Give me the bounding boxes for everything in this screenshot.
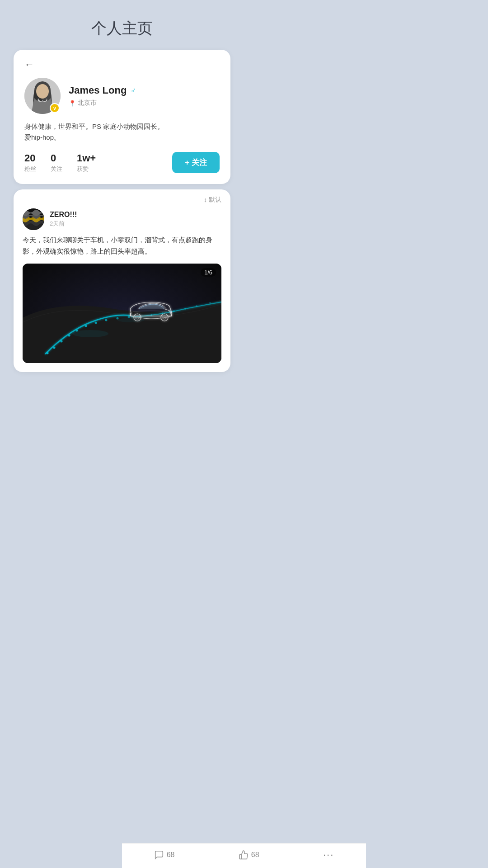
post-header: ZERO!!! 2天前 — [23, 208, 221, 230]
username: James Long — [69, 85, 127, 96]
back-button[interactable]: ← — [24, 59, 34, 71]
sort-icon: ↕ — [204, 196, 207, 203]
username-row: James Long ♂ — [69, 85, 220, 96]
following-label: 关注 — [51, 165, 62, 173]
fans-stat: 20 粉丝 — [24, 152, 36, 173]
cards-container: ← — [14, 50, 230, 372]
svg-point-22 — [72, 330, 108, 337]
likes-stat: 1w+ 获赞 — [77, 152, 96, 173]
location-pin-icon: 📍 — [69, 100, 76, 107]
fans-label: 粉丝 — [24, 165, 36, 173]
post-item: ZERO!!! 2天前 今天，我们来聊聊关于车机，小零双门，溜背式，有点超跑的身… — [14, 208, 230, 372]
verified-badge: v — [50, 103, 60, 113]
svg-point-12 — [105, 319, 108, 321]
svg-point-19 — [184, 308, 186, 310]
location-row: 📍 北京市 — [69, 99, 220, 107]
bio-line1: 身体健康，世界和平。PS 家庭小动物园园长。 — [24, 123, 164, 130]
svg-point-13 — [117, 317, 119, 319]
stats-row: 20 粉丝 0 关注 1w+ 获赞 + 关注 — [24, 152, 220, 173]
svg-point-20 — [196, 305, 197, 307]
profile-info: James Long ♂ 📍 北京市 — [69, 85, 220, 107]
svg-point-7 — [61, 340, 63, 342]
avatar-wrap: v — [24, 78, 61, 114]
page-title: 个人主页 — [0, 18, 244, 39]
svg-point-6 — [53, 346, 56, 349]
post-meta: ZERO!!! 2天前 — [50, 211, 77, 228]
svg-point-14 — [128, 316, 130, 318]
post-username: ZERO!!! — [50, 211, 77, 219]
svg-point-21 — [209, 302, 211, 304]
feed-card: ↕ 默认 ZERO!!! — [14, 189, 230, 372]
bio: 身体健康，世界和平。PS 家庭小动物园园长。 爱hip-hop。 — [24, 121, 220, 143]
sort-label: 默认 — [209, 196, 221, 204]
image-counter: 1/6 — [201, 268, 216, 277]
profile-header: v James Long ♂ 📍 北京市 — [24, 78, 220, 114]
post-time: 2天前 — [50, 220, 77, 228]
svg-point-5 — [47, 352, 49, 354]
fans-value: 20 — [24, 152, 35, 164]
svg-point-8 — [68, 334, 70, 336]
follow-button[interactable]: + 关注 — [172, 152, 220, 173]
post-image[interactable]: 1/6 — [23, 264, 221, 363]
bio-line2: 爱hip-hop。 — [24, 133, 61, 141]
likes-value: 1w+ — [77, 152, 96, 164]
following-stat: 0 关注 — [51, 152, 62, 173]
gender-icon: ♂ — [130, 86, 136, 95]
svg-point-2 — [36, 84, 49, 99]
sort-row: ↕ 默认 — [14, 189, 230, 208]
location-text: 北京市 — [78, 99, 97, 107]
likes-label: 获赞 — [77, 165, 89, 173]
svg-point-11 — [95, 321, 97, 324]
svg-point-10 — [85, 325, 87, 327]
svg-point-18 — [173, 310, 175, 312]
svg-rect-28 — [169, 311, 172, 312]
post-content: 今天，我们来聊聊关于车机，小零双门，溜背式，有点超跑的身影，外观确实很惊艳，路上… — [23, 235, 221, 257]
post-avatar — [23, 208, 44, 230]
following-value: 0 — [51, 152, 56, 164]
profile-card: ← — [14, 50, 230, 184]
